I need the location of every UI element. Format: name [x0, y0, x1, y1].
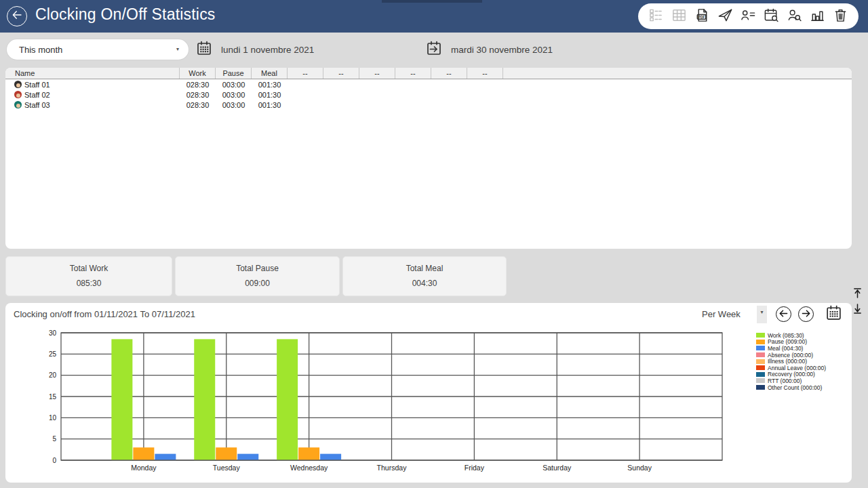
- staff-table-header: NameWorkPauseMeal------------: [5, 68, 852, 79]
- staff-name: Staff 03: [24, 101, 50, 109]
- legend-label: Absence (000:00): [768, 352, 813, 359]
- column-header-extra-8[interactable]: --: [431, 68, 467, 79]
- delete-icon: [833, 7, 848, 26]
- staff-name-cell: Staff 03: [5, 101, 180, 109]
- total-card-label: Total Work: [70, 264, 108, 273]
- report-list-icon: [648, 7, 664, 26]
- bar-chart: 051015202530MondayTuesdayWednesdayThursd…: [43, 329, 728, 474]
- staff-name: Staff 02: [24, 91, 50, 99]
- statistics-icon: [810, 7, 825, 26]
- send-report-button[interactable]: [715, 7, 734, 26]
- report-grid-icon: [671, 7, 687, 26]
- table-row[interactable]: Staff 03028:30003:00001:30: [5, 100, 852, 110]
- app-header: Clocking On/Off Statistics PDF: [0, 0, 868, 33]
- total-card: Total Pause009:00: [175, 256, 340, 296]
- legend-item: Illness (000:00): [756, 358, 851, 365]
- export-pdf-icon: PDF: [694, 7, 710, 26]
- chart-card: Clocking on/off from 01/11/2021 To 07/11…: [5, 303, 852, 483]
- svg-text:25: 25: [49, 350, 57, 358]
- value-cell: 028:30: [180, 81, 216, 89]
- value-cell: 028:30: [180, 91, 216, 99]
- statistics-button[interactable]: [808, 7, 827, 26]
- value-cell: 003:00: [216, 81, 252, 89]
- scroll-to-bottom-button[interactable]: [850, 303, 864, 317]
- staff-table: NameWorkPauseMeal------------ Staff 0102…: [5, 68, 852, 249]
- date-to-picker[interactable]: mardi 30 novembre 2021: [426, 37, 553, 62]
- table-row[interactable]: Staff 02028:30003:00001:30: [5, 89, 852, 100]
- chart-period-select[interactable]: ▾: [757, 306, 767, 323]
- column-header-extra-7[interactable]: --: [395, 68, 431, 79]
- column-header-meal[interactable]: Meal: [252, 68, 288, 79]
- previous-period-button[interactable]: [776, 306, 791, 322]
- staff-name-cell: Staff 02: [5, 91, 180, 99]
- calendar-picker-button[interactable]: [825, 305, 843, 323]
- report-grid-button[interactable]: [669, 7, 688, 26]
- total-card: Total Work085:30: [5, 256, 172, 296]
- delete-button[interactable]: [831, 7, 850, 26]
- scroll-bottom-icon: [852, 303, 863, 317]
- totals-row: Total Work085:30Total Pause009:00Total M…: [5, 256, 513, 296]
- column-header-pause[interactable]: Pause: [216, 68, 252, 79]
- date-from-picker[interactable]: lundi 1 novembre 2021: [196, 37, 314, 62]
- calendar-to-icon: [426, 40, 442, 59]
- staff-table-body: Staff 01028:30003:00001:30Staff 02028:30…: [5, 79, 852, 110]
- staff-avatar: [14, 91, 22, 98]
- legend-label: RTT (000:00): [768, 378, 802, 384]
- export-pdf-button[interactable]: PDF: [692, 7, 711, 26]
- chevron-down-icon: ▾: [760, 310, 763, 315]
- svg-text:Thursday: Thursday: [377, 464, 408, 472]
- legend-item: Recovery (000:00): [756, 371, 851, 378]
- total-card-value: 085:30: [77, 279, 102, 288]
- employee-list-button[interactable]: [738, 7, 757, 26]
- svg-text:10: 10: [49, 414, 57, 422]
- column-header-extra-6[interactable]: --: [359, 68, 395, 79]
- svg-text:15: 15: [49, 393, 57, 401]
- employee-search-icon: [787, 7, 802, 26]
- date-from-value: lundi 1 novembre 2021: [221, 45, 314, 55]
- legend-swatch: [756, 346, 765, 350]
- column-header-name[interactable]: Name: [5, 68, 180, 79]
- arrow-right-icon: [802, 308, 810, 321]
- scroll-to-top-button[interactable]: [850, 287, 864, 301]
- column-header-work[interactable]: Work: [180, 68, 216, 79]
- period-select-value: This month: [19, 45, 176, 55]
- svg-text:Tuesday: Tuesday: [213, 464, 241, 472]
- chart-period-value: Per Week: [702, 309, 743, 319]
- value-cell: 001:30: [252, 91, 288, 99]
- calendar-from-icon: [196, 40, 212, 59]
- column-header-extra-9[interactable]: --: [467, 68, 503, 79]
- total-card-label: Total Pause: [236, 264, 279, 273]
- back-button[interactable]: [7, 6, 27, 26]
- legend-item: Absence (000:00): [756, 352, 851, 359]
- calendar-icon: [825, 304, 842, 324]
- legend-item: Annual Leave (000:00): [756, 365, 851, 371]
- period-select[interactable]: This month ▾: [7, 39, 189, 60]
- legend-label: Work (085:30): [768, 332, 804, 339]
- chart-title: Clocking on/off from 01/11/2021 To 07/11…: [14, 309, 195, 319]
- employee-search-button[interactable]: [785, 7, 804, 26]
- next-period-button[interactable]: [798, 306, 814, 322]
- svg-text:20: 20: [49, 371, 57, 379]
- report-list-button[interactable]: [646, 7, 665, 26]
- legend-swatch: [756, 372, 765, 377]
- titlebar-accent-strip: [382, 0, 482, 3]
- svg-text:Friday: Friday: [465, 464, 485, 472]
- svg-text:0: 0: [52, 457, 56, 464]
- staff-name: Staff 01: [24, 81, 50, 89]
- chart-legend: Work (085:30)Pause (009:00)Meal (004:30)…: [756, 332, 851, 390]
- table-row[interactable]: Staff 01028:30003:00001:30: [5, 79, 852, 89]
- legend-swatch: [756, 352, 765, 357]
- legend-label: Meal (004:30): [768, 345, 803, 352]
- legend-item: RTT (000:00): [756, 378, 851, 384]
- staff-avatar: [14, 101, 22, 108]
- legend-swatch: [756, 340, 765, 344]
- legend-swatch: [756, 359, 765, 364]
- column-header-extra-4[interactable]: --: [288, 68, 323, 79]
- schedule-search-button[interactable]: [762, 7, 781, 26]
- column-header-extra-5[interactable]: --: [323, 68, 359, 79]
- arrow-left-icon: [779, 308, 788, 321]
- value-cell: 001:30: [252, 81, 288, 89]
- toolbar: PDF: [638, 3, 859, 29]
- scroll-top-icon: [852, 287, 863, 302]
- legend-swatch: [756, 365, 765, 370]
